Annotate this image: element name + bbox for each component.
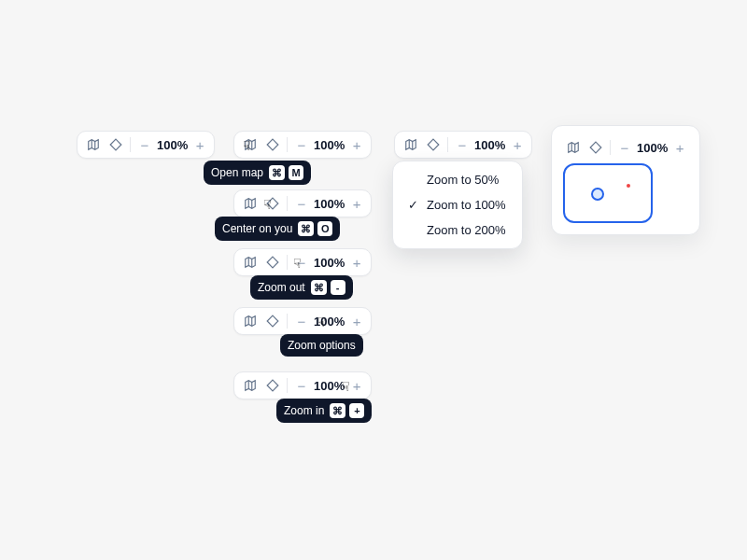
- open-map-button[interactable]: [563, 137, 584, 158]
- zoom-level-button[interactable]: 100%: [312, 379, 346, 393]
- navigation-toolbar: − 100% +: [233, 131, 372, 159]
- center-on-you-button[interactable]: [423, 134, 444, 155]
- zoom-level-button[interactable]: 100%: [312, 256, 346, 270]
- map-icon: [244, 315, 257, 328]
- zoom-in-button[interactable]: +: [509, 134, 526, 155]
- svg-marker-19: [267, 315, 278, 327]
- zoom-level-button[interactable]: 100%: [472, 138, 507, 152]
- svg-marker-24: [406, 140, 416, 150]
- zoom-level-button[interactable]: 100%: [155, 138, 190, 152]
- svg-marker-4: [246, 140, 256, 150]
- kbd-key: +: [349, 403, 364, 418]
- map-icon: [567, 141, 580, 154]
- divider: [287, 378, 288, 393]
- open-map-button[interactable]: [240, 134, 261, 155]
- zoom-in-button[interactable]: +: [348, 134, 365, 155]
- zoom-out-button[interactable]: −: [616, 137, 633, 158]
- kbd-key: -: [331, 280, 345, 295]
- kbd-key: O: [317, 221, 332, 236]
- kbd-modifier: ⌘: [269, 165, 285, 180]
- map-icon: [244, 379, 257, 392]
- kbd-key: M: [289, 165, 303, 180]
- divider: [130, 137, 131, 152]
- open-map-button[interactable]: [240, 311, 261, 331]
- zoom-out-button[interactable]: −: [293, 375, 310, 396]
- zoom-in-button[interactable]: +: [671, 137, 688, 158]
- map-icon: [87, 138, 100, 151]
- tooltip-label: Zoom options: [288, 339, 356, 352]
- locate-icon: [266, 138, 279, 151]
- navigation-toolbar: − 100% +: [394, 131, 532, 159]
- center-on-you-button[interactable]: [262, 311, 283, 331]
- center-on-you-button[interactable]: [262, 193, 283, 214]
- minimap-point-marker: [627, 184, 630, 188]
- tooltip-zoom-out: Zoom out ⌘ -: [250, 275, 353, 300]
- tooltip-center-on-you: Center on you ⌘ O: [215, 217, 340, 241]
- zoom-in-button[interactable]: +: [191, 134, 208, 155]
- locate-icon: [266, 315, 279, 328]
- center-on-you-button[interactable]: [106, 134, 126, 155]
- divider: [447, 137, 448, 152]
- zoom-out-button[interactable]: −: [293, 252, 310, 273]
- zoom-out-button[interactable]: −: [293, 311, 310, 331]
- zoom-in-button[interactable]: +: [348, 375, 365, 396]
- open-map-button[interactable]: [240, 375, 261, 396]
- navigation-toolbar: − 100% +: [233, 248, 372, 276]
- minimap-viewport[interactable]: [563, 163, 653, 223]
- tooltip-zoom-in: Zoom in ⌘ +: [276, 399, 372, 423]
- svg-marker-27: [428, 139, 439, 150]
- zoom-options-dropdown: Zoom to 50% ✓ Zoom to 100% Zoom to 200%: [392, 161, 523, 249]
- dropdown-item-label: Zoom to 200%: [427, 223, 506, 237]
- kbd-modifier: ⌘: [298, 221, 314, 236]
- open-map-button[interactable]: [240, 252, 261, 273]
- kbd-modifier: ⌘: [311, 280, 327, 295]
- tooltip-label: Zoom out: [258, 281, 305, 294]
- center-on-you-button[interactable]: [585, 137, 606, 158]
- zoom-out-button[interactable]: −: [293, 193, 310, 214]
- zoom-option-100[interactable]: ✓ Zoom to 100%: [399, 192, 516, 217]
- svg-marker-11: [267, 198, 278, 209]
- divider: [610, 140, 611, 155]
- map-icon: [404, 138, 417, 151]
- zoom-option-50[interactable]: Zoom to 50%: [399, 167, 516, 192]
- navigation-toolbar: − 100% +: [233, 307, 372, 335]
- zoom-level-button[interactable]: 100%: [312, 138, 346, 152]
- svg-marker-7: [267, 139, 278, 150]
- zoom-out-button[interactable]: −: [136, 134, 153, 155]
- svg-marker-12: [246, 258, 256, 268]
- locate-icon: [427, 138, 440, 151]
- navigation-toolbar: − 100% +: [233, 371, 372, 399]
- map-icon: [244, 138, 257, 151]
- zoom-option-200[interactable]: Zoom to 200%: [399, 217, 516, 243]
- zoom-level-button[interactable]: 100%: [635, 141, 669, 155]
- locate-icon: [589, 141, 602, 154]
- zoom-level-button[interactable]: 100%: [312, 197, 346, 211]
- zoom-out-button[interactable]: −: [293, 134, 310, 155]
- stage: − 100% + − 100% + ☟ Open map ⌘ M − 100%: [0, 0, 747, 560]
- svg-marker-16: [246, 316, 256, 327]
- map-icon: [244, 197, 257, 210]
- center-on-you-button[interactable]: [262, 252, 283, 273]
- divider: [287, 314, 288, 329]
- dropdown-item-label: Zoom to 50%: [427, 173, 499, 187]
- open-map-button[interactable]: [401, 134, 421, 155]
- open-map-button[interactable]: [240, 193, 261, 214]
- divider: [287, 137, 288, 152]
- svg-marker-3: [110, 139, 121, 150]
- zoom-level-button[interactable]: 100%: [312, 315, 346, 329]
- open-map-button[interactable]: [83, 134, 104, 155]
- tooltip-label: Zoom in: [284, 404, 324, 417]
- locate-icon: [266, 379, 279, 392]
- zoom-in-button[interactable]: +: [348, 252, 365, 273]
- zoom-in-button[interactable]: +: [348, 193, 365, 214]
- zoom-in-button[interactable]: +: [348, 311, 365, 331]
- center-on-you-button[interactable]: [262, 375, 283, 396]
- svg-marker-31: [590, 142, 601, 153]
- tooltip-label: Center on you: [222, 222, 292, 235]
- divider: [287, 255, 288, 270]
- center-on-you-button[interactable]: [262, 134, 283, 155]
- svg-marker-20: [246, 381, 256, 391]
- zoom-out-button[interactable]: −: [454, 134, 471, 155]
- svg-marker-28: [569, 143, 579, 153]
- minimap-panel: − 100% +: [551, 125, 700, 235]
